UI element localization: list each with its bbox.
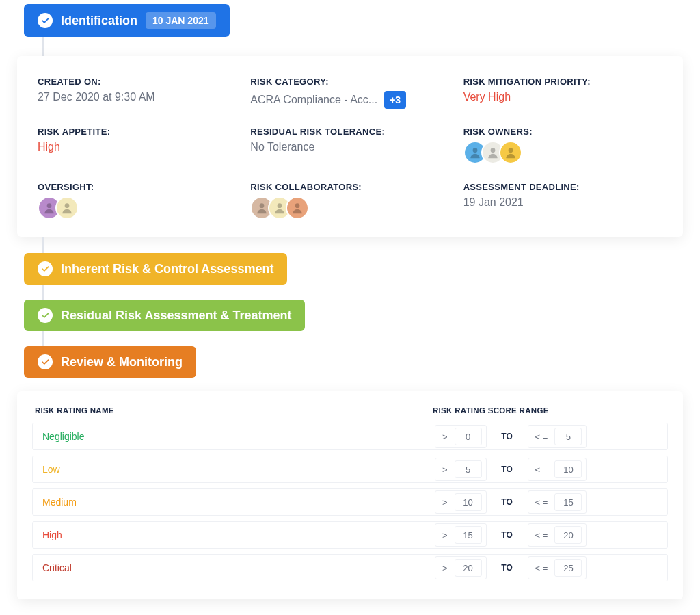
svg-point-5: [260, 203, 265, 208]
range-min-input[interactable]: [455, 526, 482, 544]
field-risk-category: RISK CATEGORY: ACRA Compliance - Acc... …: [250, 77, 449, 109]
field-risk-collaborators: RISK COLLABORATORS:: [250, 182, 449, 220]
risk-rating-table: RISK RATING NAME RISK RATING SCORE RANGE…: [17, 391, 683, 599]
table-row: Low > TO < =: [32, 456, 668, 483]
stage-residual-label: Residual Risk Assessment & Treatment: [61, 309, 291, 323]
value-risk-appetite: High: [38, 141, 237, 153]
table-row: High > TO < =: [32, 521, 668, 549]
field-risk-appetite: RISK APPETITE: High: [38, 127, 237, 164]
stage-identification[interactable]: Identification 10 JAN 2021: [24, 4, 230, 37]
label-mitigation-priority: RISK MITIGATION PRIORITY:: [463, 77, 662, 87]
range-max-box: < =: [528, 425, 587, 448]
rating-name: Negligible: [42, 431, 435, 442]
value-risk-category: ACRA Compliance - Acc...: [250, 94, 377, 106]
field-residual-tolerance: RESIDUAL RISK TOLERANCE: No Tolerance: [250, 127, 449, 164]
field-risk-owners: RISK OWNERS:: [463, 127, 662, 164]
range-min-input[interactable]: [455, 559, 482, 577]
label-created-on: CREATED ON:: [38, 77, 237, 87]
collaborators-avatars: [250, 196, 449, 220]
oversight-avatars: [38, 196, 237, 220]
range-min-box: >: [435, 425, 487, 448]
gt-operator: >: [440, 530, 450, 540]
table-header-range: RISK RATING SCORE RANGE: [433, 406, 665, 415]
table-row: Critical > TO < =: [32, 554, 668, 581]
value-created-on: 27 Dec 2020 at 9:30 AM: [38, 91, 237, 103]
label-risk-owners: RISK OWNERS:: [463, 127, 662, 137]
range-max-box: < =: [528, 458, 587, 481]
range-min-box: >: [435, 523, 487, 547]
stage-inherent-label: Inherent Risk & Control Assessment: [61, 262, 273, 276]
rating-name: Medium: [42, 497, 435, 508]
table-row: Medium > TO < =: [32, 488, 668, 516]
lte-operator: < =: [533, 497, 551, 508]
label-residual-tolerance: RESIDUAL RISK TOLERANCE:: [250, 127, 449, 137]
range-max-box: < =: [528, 490, 587, 514]
avatar[interactable]: [55, 196, 79, 220]
range-max-input[interactable]: [554, 460, 582, 478]
check-icon: [38, 308, 53, 323]
field-mitigation-priority: RISK MITIGATION PRIORITY: Very High: [463, 77, 662, 109]
to-label: TO: [487, 563, 528, 573]
lte-operator: < =: [533, 563, 551, 573]
stage-inherent-risk[interactable]: Inherent Risk & Control Assessment: [24, 253, 287, 285]
field-assessment-deadline: ASSESSMENT DEADLINE: 19 Jan 2021: [463, 182, 662, 220]
rating-name: High: [42, 529, 435, 540]
label-risk-appetite: RISK APPETITE:: [38, 127, 237, 137]
stage-residual-risk[interactable]: Residual Risk Assessment & Treatment: [24, 300, 305, 331]
lte-operator: < =: [533, 432, 551, 442]
label-oversight: OVERSIGHT:: [38, 182, 237, 192]
to-label: TO: [487, 432, 528, 441]
gt-operator: >: [440, 432, 450, 442]
gt-operator: >: [440, 563, 450, 573]
table-header-name: RISK RATING NAME: [35, 406, 433, 415]
field-created-on: CREATED ON: 27 Dec 2020 at 9:30 AM: [38, 77, 237, 109]
risk-category-more-badge[interactable]: +3: [384, 91, 406, 109]
range-min-input[interactable]: [455, 460, 482, 478]
avatar[interactable]: [286, 196, 309, 220]
label-risk-collaborators: RISK COLLABORATORS:: [250, 182, 449, 192]
label-assessment-deadline: ASSESSMENT DEADLINE:: [463, 182, 662, 192]
range-max-box: < =: [528, 523, 587, 547]
value-assessment-deadline: 19 Jan 2021: [463, 196, 662, 209]
svg-point-3: [47, 203, 52, 208]
avatar[interactable]: [499, 141, 522, 164]
value-mitigation-priority: Very High: [463, 91, 662, 103]
range-max-input[interactable]: [554, 526, 582, 544]
check-icon: [38, 354, 53, 369]
check-icon: [38, 13, 53, 28]
identification-details-card: CREATED ON: 27 Dec 2020 at 9:30 AM RISK …: [17, 56, 683, 237]
range-min-box: >: [435, 490, 487, 514]
range-max-input[interactable]: [554, 428, 582, 445]
range-min-input[interactable]: [455, 493, 482, 511]
lte-operator: < =: [533, 464, 551, 475]
svg-point-0: [472, 148, 477, 153]
to-label: TO: [487, 497, 528, 507]
range-min-box: >: [435, 458, 487, 481]
to-label: TO: [487, 464, 528, 474]
risk-owners-avatars: [463, 141, 662, 164]
range-max-box: < =: [528, 556, 587, 579]
svg-point-1: [490, 148, 495, 153]
check-icon: [38, 261, 53, 276]
svg-point-6: [278, 203, 282, 208]
rating-name: Low: [42, 464, 435, 475]
range-min-input[interactable]: [455, 428, 482, 445]
label-risk-category: RISK CATEGORY:: [250, 77, 449, 87]
range-max-input[interactable]: [554, 493, 582, 511]
stage-review-label: Review & Monitoring: [61, 355, 183, 369]
range-min-box: >: [435, 556, 487, 579]
lte-operator: < =: [533, 530, 551, 540]
svg-point-2: [508, 148, 513, 153]
value-residual-tolerance: No Tolerance: [250, 141, 449, 153]
svg-point-4: [65, 203, 70, 208]
to-label: TO: [487, 530, 528, 540]
stage-identification-label: Identification: [61, 14, 137, 28]
gt-operator: >: [440, 497, 450, 508]
table-row: Negligible > TO < =: [32, 423, 668, 450]
field-oversight: OVERSIGHT:: [38, 182, 237, 220]
stage-review-monitoring[interactable]: Review & Monitoring: [24, 346, 196, 378]
gt-operator: >: [440, 464, 450, 475]
stage-identification-date: 10 JAN 2021: [146, 12, 216, 29]
svg-point-7: [295, 203, 300, 208]
range-max-input[interactable]: [554, 559, 582, 577]
